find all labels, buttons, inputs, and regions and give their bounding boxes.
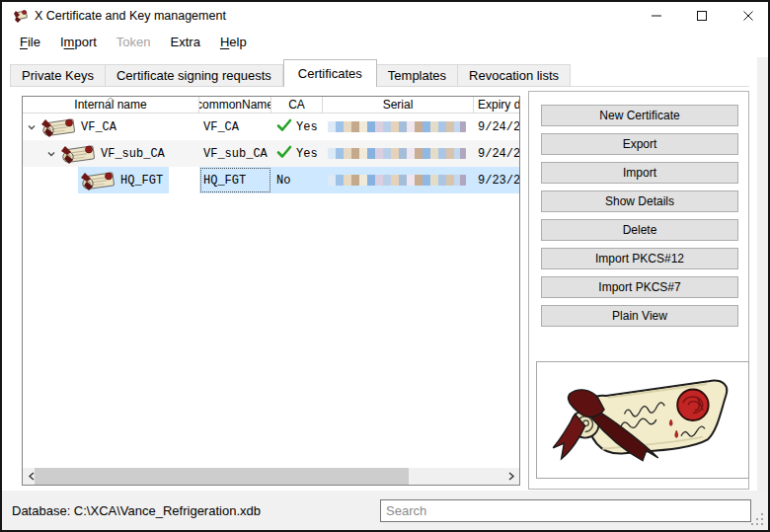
common-name-label: VF_CA — [203, 120, 239, 134]
menu-token[interactable]: Token — [107, 30, 161, 56]
actions-panel: New CertificateExportImportShow DetailsD… — [528, 91, 749, 490]
serial-cell — [323, 140, 474, 167]
column-header-label: commonName — [199, 98, 271, 112]
xca-window: X Certificate and Key management FileImp… — [0, 0, 770, 532]
tabbar: Private KeysCertificate signing requests… — [10, 59, 756, 87]
tree-node: VF_CA — [38, 114, 122, 140]
ca-label: Yes — [296, 147, 318, 161]
common-name-label: VF_sub_CA — [203, 147, 268, 161]
statusbar: Database: C:\XCA\Vance_Refrigeration.xdb — [2, 491, 768, 530]
internal-name-cell: VF_CA — [23, 114, 199, 140]
internal-name-label: HQ_FGT — [120, 174, 163, 188]
scroll-right-arrow[interactable] — [502, 468, 519, 485]
ca-cell: Yes — [271, 114, 323, 140]
tree-row-vf-sub-ca[interactable]: VF_sub_CAVF_sub_CAYes9/24/20 — [23, 140, 519, 167]
common-name-cell: HQ_FGT — [199, 167, 271, 193]
import-button[interactable]: Import — [541, 162, 738, 184]
show-details-button[interactable]: Show Details — [541, 190, 738, 212]
ca-label: Yes — [296, 120, 318, 134]
column-header-serial[interactable]: Serial — [323, 97, 474, 113]
import-pkcs-7-button[interactable]: Import PKCS#7 — [541, 276, 738, 298]
tab-certificate-signing-requests[interactable]: Certificate signing requests — [106, 64, 283, 87]
new-certificate-button[interactable]: New Certificate — [541, 105, 738, 126]
internal-name-label: VF_CA — [81, 120, 116, 134]
column-header-expiry-date[interactable]: Expiry date — [474, 97, 519, 113]
menu-extra[interactable]: Extra — [161, 30, 210, 56]
expand-chevron-icon[interactable] — [44, 149, 58, 159]
internal-name-cell: VF_sub_CA — [23, 140, 199, 167]
ca-label: No — [276, 174, 290, 188]
delete-button[interactable]: Delete — [541, 219, 738, 241]
redacted-serial — [328, 121, 466, 132]
column-header-label: Expiry date — [478, 98, 519, 112]
menu-import[interactable]: Import — [50, 30, 107, 56]
tab-certificates[interactable]: Certificates — [283, 59, 377, 87]
export-button[interactable]: Export — [541, 133, 738, 155]
tree-node: HQ_FGT — [78, 167, 169, 193]
right-margin — [757, 57, 768, 493]
checkmark-icon — [276, 145, 292, 163]
certificate-icon — [78, 170, 117, 191]
column-header-internal-name[interactable]: Internal name — [23, 97, 199, 113]
expiry-cell: 9/24/20 — [474, 140, 519, 167]
tab-private-keys[interactable]: Private Keys — [10, 64, 106, 87]
expiry-cell: 9/23/20 — [474, 167, 519, 193]
tab-templates[interactable]: Templates — [377, 64, 458, 87]
menubar: FileImportTokenExtraHelp — [2, 30, 768, 56]
certificate-icon — [38, 116, 78, 138]
window-title: X Certificate and Key management — [35, 9, 226, 23]
tree-node: VF_sub_CA — [58, 140, 171, 167]
app-icon — [13, 8, 29, 24]
plain-view-button[interactable]: Plain View — [541, 305, 738, 327]
xca-logo — [544, 365, 741, 476]
table-body: VF_CAVF_CAYes9/24/20VF_sub_CAVF_sub_CAYe… — [23, 114, 519, 193]
tab-revocation-lists[interactable]: Revocation lists — [458, 64, 571, 87]
close-icon — [742, 10, 754, 22]
checkmark-icon — [276, 118, 292, 136]
search-input[interactable] — [380, 499, 751, 522]
redacted-serial — [328, 175, 466, 186]
column-header-label: Serial — [383, 98, 414, 112]
internal-name-label: VF_sub_CA — [101, 147, 165, 161]
sort-ascending-icon — [107, 97, 116, 102]
expiry-label: 9/24/20 — [478, 120, 519, 134]
menu-file[interactable]: File — [10, 30, 50, 56]
common-name-label: HQ_FGT — [203, 174, 246, 188]
serial-cell — [323, 114, 474, 140]
close-button[interactable] — [726, 2, 770, 30]
import-pkcs-12-button[interactable]: Import PKCS#12 — [541, 248, 738, 269]
maximize-icon — [696, 10, 708, 22]
expiry-cell: 9/24/20 — [474, 114, 519, 140]
certificates-table: Internal namecommonNameCASerialExpiry da… — [22, 96, 520, 486]
tree-row-vf-ca[interactable]: VF_CAVF_CAYes9/24/20 — [23, 114, 519, 140]
serial-cell — [323, 167, 474, 193]
chevron-right-icon — [507, 472, 515, 481]
expand-chevron-icon[interactable] — [25, 122, 38, 132]
xca-logo-frame — [536, 361, 749, 479]
menu-help[interactable]: Help — [210, 30, 257, 56]
minimize-button[interactable] — [634, 2, 678, 30]
minimize-icon — [651, 10, 662, 22]
resize-grip[interactable] — [750, 512, 763, 525]
certificate-icon — [58, 143, 98, 165]
expiry-label: 9/23/20 — [478, 174, 519, 188]
common-name-cell: VF_sub_CA — [199, 140, 271, 167]
column-header-ca[interactable]: CA — [271, 97, 323, 113]
ca-cell: Yes — [271, 140, 323, 167]
common-name-cell: VF_CA — [199, 114, 271, 140]
database-path-label: Database: C:\XCA\Vance_Refrigeration.xdb — [12, 503, 261, 518]
column-header-commonname[interactable]: commonName — [199, 97, 271, 113]
tree-row-hq-fgt[interactable]: HQ_FGTHQ_FGTNo9/23/20 — [23, 167, 519, 193]
titlebar: X Certificate and Key management — [2, 2, 768, 30]
ca-cell: No — [271, 167, 323, 193]
column-header-label: CA — [288, 98, 305, 112]
scrollbar-thumb[interactable] — [35, 468, 409, 485]
horizontal-scrollbar[interactable] — [23, 468, 519, 485]
internal-name-cell: HQ_FGT — [23, 167, 199, 193]
table-header: Internal namecommonNameCASerialExpiry da… — [23, 97, 519, 114]
redacted-serial — [328, 148, 466, 159]
expiry-label: 9/24/20 — [478, 147, 519, 161]
maximize-button[interactable] — [679, 2, 724, 30]
